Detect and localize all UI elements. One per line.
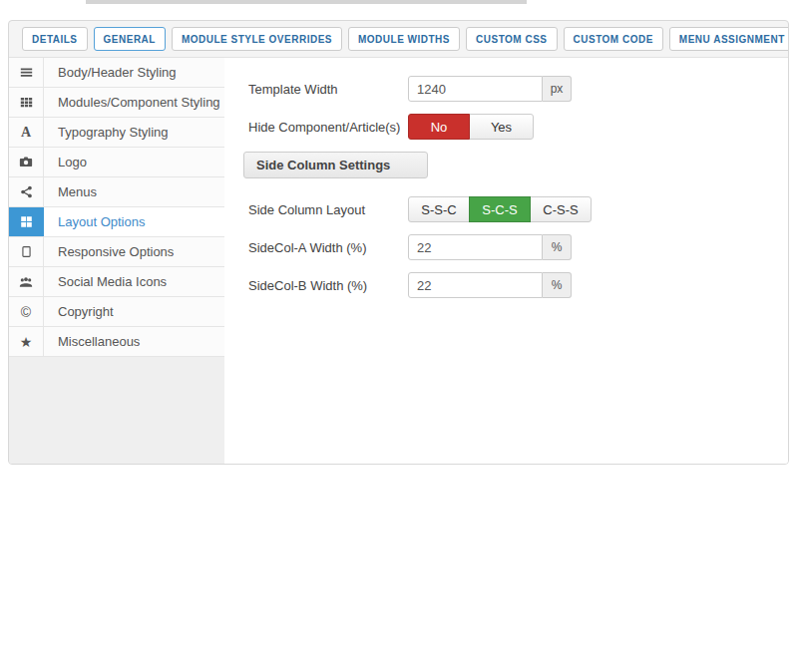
cropped-element-remnant	[86, 0, 527, 4]
sidecol-a-width-input[interactable]	[408, 234, 543, 260]
camera-icon	[9, 148, 44, 176]
sidebar-item-modules-component-styling[interactable]: Modules/Component Styling	[9, 88, 224, 118]
sidebar-item-menus[interactable]: Menus	[9, 177, 224, 207]
sidebar-item-social-media-icons[interactable]: Social Media Icons	[9, 267, 224, 297]
sidebar-item-label: Logo	[44, 148, 87, 176]
sidebar-item-label: Menus	[44, 177, 97, 206]
sidebar-item-label: Social Media Icons	[44, 267, 167, 296]
sidebar-item-label: Typography Styling	[44, 118, 169, 147]
tab-bar: DETAILS GENERAL MODULE STYLE OVERRIDES M…	[9, 21, 788, 58]
tab-module-style-overrides[interactable]: MODULE STYLE OVERRIDES	[172, 27, 342, 51]
sidebar-item-label: Layout Options	[44, 207, 145, 236]
settings-sidebar: Body/Header Styling Modules/Component St…	[9, 58, 224, 464]
sidebar-item-responsive-options[interactable]: Responsive Options	[9, 237, 224, 267]
template-width-unit-addon: px	[543, 76, 572, 102]
side-column-settings-button[interactable]: Side Column Settings	[243, 152, 428, 178]
tab-details[interactable]: DETAILS	[22, 27, 88, 51]
tablet-icon	[9, 237, 44, 266]
sidecol-a-width-row: SideCol-A Width (%) %	[248, 234, 768, 260]
sidebar-item-miscellaneous[interactable]: ★ Miscellaneous	[9, 327, 224, 357]
sidebar-item-label: Body/Header Styling	[44, 58, 177, 87]
sidecol-b-width-row: SideCol-B Width (%) %	[248, 272, 768, 298]
settings-content: Template Width px Hide Component/Article…	[224, 58, 788, 464]
sidebar-item-copyright[interactable]: © Copyright	[9, 297, 224, 327]
tab-module-widths[interactable]: MODULE WIDTHS	[348, 27, 460, 51]
hide-component-no-button[interactable]: No	[408, 114, 470, 140]
layout-scs-button[interactable]: S-C-S	[469, 196, 531, 222]
layout-ssc-button[interactable]: S-S-C	[408, 196, 470, 222]
sidebar-item-label: Responsive Options	[44, 237, 174, 266]
users-icon	[9, 267, 44, 296]
sidebar-item-logo[interactable]: Logo	[9, 148, 224, 177]
tab-custom-code[interactable]: CUSTOM CODE	[564, 27, 663, 51]
th-large-icon	[9, 207, 44, 236]
template-width-input-group: px	[408, 76, 572, 102]
copyright-icon: ©	[9, 297, 44, 326]
panel-body: Body/Header Styling Modules/Component St…	[9, 58, 788, 464]
sidebar-item-body-header-styling[interactable]: Body/Header Styling	[9, 58, 224, 88]
hide-component-yes-button[interactable]: Yes	[469, 114, 534, 140]
template-width-label: Template Width	[248, 82, 408, 97]
sidecol-b-unit-addon: %	[543, 272, 572, 298]
sidebar-item-label: Modules/Component Styling	[44, 88, 220, 117]
bars-icon	[9, 58, 44, 87]
template-width-input[interactable]	[408, 76, 543, 102]
sidebar-item-typography-styling[interactable]: A Typography Styling	[9, 118, 224, 148]
sidecol-a-unit-addon: %	[543, 234, 572, 260]
layout-css-button[interactable]: C-S-S	[530, 196, 592, 222]
side-column-layout-label: Side Column Layout	[248, 202, 408, 217]
sidecol-a-input-group: %	[408, 234, 572, 260]
tab-menu-assignment[interactable]: MENU ASSIGNMENT	[669, 27, 789, 51]
sidebar-item-label: Miscellaneous	[44, 327, 140, 356]
side-column-layout-group: S-S-C S-C-S C-S-S	[408, 196, 592, 222]
sidecol-b-input-group: %	[408, 272, 572, 298]
template-width-row: Template Width px	[248, 76, 768, 102]
star-icon: ★	[9, 327, 44, 356]
tab-general[interactable]: GENERAL	[94, 27, 166, 51]
font-icon: A	[9, 118, 44, 147]
sidebar-item-layout-options[interactable]: Layout Options	[9, 207, 224, 237]
share-nodes-icon	[9, 177, 44, 206]
tab-custom-css[interactable]: CUSTOM CSS	[466, 27, 558, 51]
hide-component-toggle: No Yes	[408, 114, 534, 140]
side-column-layout-row: Side Column Layout S-S-C S-C-S C-S-S	[248, 196, 768, 222]
sidebar-item-label: Copyright	[44, 297, 114, 326]
th-grid-icon	[9, 88, 44, 117]
sidecol-b-width-label: SideCol-B Width (%)	[248, 278, 408, 293]
hide-component-label: Hide Component/Article(s)	[248, 120, 408, 135]
template-settings-panel: DETAILS GENERAL MODULE STYLE OVERRIDES M…	[8, 20, 789, 465]
sidecol-b-width-input[interactable]	[408, 272, 543, 298]
sidecol-a-width-label: SideCol-A Width (%)	[248, 240, 408, 255]
hide-component-row: Hide Component/Article(s) No Yes	[248, 114, 768, 140]
